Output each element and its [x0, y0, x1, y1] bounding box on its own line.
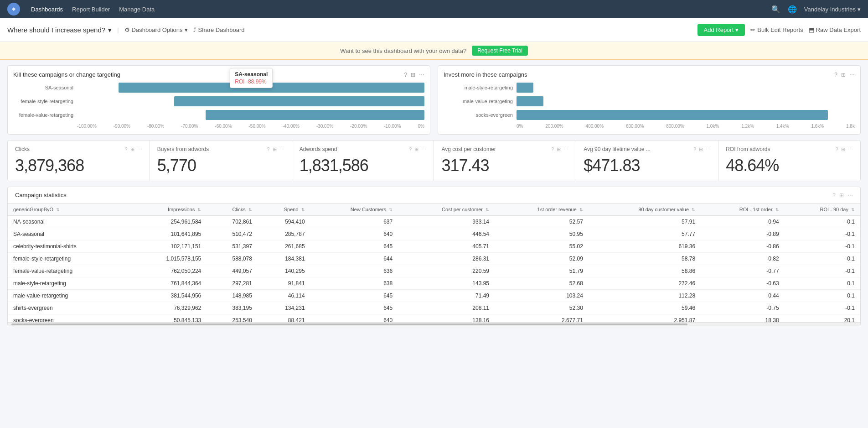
table-cell: 220.59 [398, 265, 495, 277]
table-cell: 594,410 [258, 216, 310, 228]
table-cell: 261,685 [258, 240, 310, 253]
kpi-info-3[interactable]: ? [551, 146, 554, 152]
kpi-settings-0[interactable]: ⊞ [130, 146, 134, 152]
table-cell: 449,057 [207, 265, 258, 277]
table-cell: 702,861 [207, 216, 258, 228]
dashboard-options-btn[interactable]: ⚙ Dashboard Options ▾ [124, 26, 188, 33]
horizontal-scrollbar[interactable] [8, 322, 860, 326]
stats-table-container[interactable]: genericGroupByO ⇅ Impressions ⇅ Clicks ⇅ [8, 204, 860, 322]
kpi-info-4[interactable]: ? [693, 146, 696, 152]
table-row: socks-evergreen50,845,133253,54088,42164… [8, 314, 860, 323]
sort-icon-0: ⇅ [56, 208, 60, 212]
dashboard-title[interactable]: Where should I increase spend? ▾ [7, 26, 112, 34]
add-report-button[interactable]: Add Report ▾ [698, 24, 745, 36]
table-cell: -0.1 [785, 216, 860, 228]
stats-info-icon[interactable]: ? [832, 192, 836, 198]
sort-icon-7: ⇅ [692, 208, 695, 212]
settings-icon[interactable]: ⊞ [411, 72, 415, 78]
kpi-more-3[interactable]: ⋯ [563, 146, 568, 152]
kpi-more-0[interactable]: ⋯ [137, 146, 142, 152]
table-cell: 297,281 [207, 277, 258, 290]
charts-row: Kill these campaigns or change targeting… [7, 65, 861, 135]
info-icon-r[interactable]: ? [834, 72, 837, 78]
table-cell: 619.36 [589, 240, 701, 253]
table-cell: -0.1 [785, 240, 860, 253]
col-clicks[interactable]: Clicks ⇅ [207, 204, 258, 216]
stats-more-icon[interactable]: ⋯ [847, 192, 853, 198]
stats-settings-icon[interactable]: ⊞ [839, 192, 844, 198]
table-cell: 637 [310, 216, 398, 228]
company-selector[interactable]: Vandelay Industries ▾ [804, 6, 861, 13]
table-cell: 510,472 [207, 228, 258, 240]
kpi-settings-3[interactable]: ⊞ [557, 146, 561, 152]
kpi-more-1[interactable]: ⋯ [279, 146, 284, 152]
col-new-customers[interactable]: New Customers ⇅ [310, 204, 398, 216]
right-bar-fill-2 [517, 110, 828, 120]
table-cell: male-style-retargeting [8, 277, 130, 290]
share-dashboard-btn[interactable]: ⤴ Share Dashboard [193, 26, 245, 33]
table-cell: 71.49 [398, 290, 495, 302]
nav-dashboards[interactable]: Dashboards [31, 6, 63, 13]
table-cell: 933.14 [398, 216, 495, 228]
table-row: shirts-evergreen76,329,962383,195134,231… [8, 302, 860, 314]
info-icon[interactable]: ? [404, 72, 407, 78]
kpi-info-0[interactable]: ? [125, 146, 128, 152]
table-cell: 102,171,151 [130, 240, 207, 253]
request-trial-button[interactable]: Request Free Trial [472, 46, 528, 56]
globe-icon[interactable]: 🌐 [788, 5, 797, 14]
col-1st-order-revenue[interactable]: 1st order revenue ⇅ [495, 204, 589, 216]
table-cell: 140,295 [258, 265, 310, 277]
table-cell: 18.38 [701, 314, 785, 323]
table-cell: celebrity-testimonial-shirts [8, 240, 130, 253]
kpi-settings-2[interactable]: ⊞ [414, 146, 418, 152]
table-cell: 0.1 [785, 277, 860, 290]
settings-icon-r[interactable]: ⊞ [841, 72, 846, 78]
table-cell: female-style-retargeting [8, 253, 130, 265]
kpi-avg-cost: Avg cost per customer ? ⊞ ⋯ 317.43 [434, 141, 576, 181]
nav-manage-data[interactable]: Manage Data [119, 6, 155, 13]
table-cell: 46,114 [258, 290, 310, 302]
col-roi-1st-order[interactable]: ROI - 1st order ⇅ [701, 204, 785, 216]
kpi-more-4[interactable]: ⋯ [706, 146, 711, 152]
col-cost-per-customer[interactable]: Cost per customer ⇅ [398, 204, 495, 216]
table-cell: 638 [310, 277, 398, 290]
kpi-settings-1[interactable]: ⊞ [273, 146, 277, 152]
col-campaign[interactable]: genericGroupByO ⇅ [8, 204, 130, 216]
table-cell: male-value-retargeting [8, 290, 130, 302]
kpi-info-5[interactable]: ? [836, 146, 838, 152]
table-cell: 134,231 [258, 302, 310, 314]
more-icon-r[interactable]: ⋯ [849, 72, 855, 78]
col-spend[interactable]: Spend ⇅ [258, 204, 310, 216]
col-roi-90-day[interactable]: ROI - 90 day ⇅ [785, 204, 860, 216]
kpi-clicks-header: Clicks ? ⊞ ⋯ [15, 146, 142, 152]
stats-table: genericGroupByO ⇅ Impressions ⇅ Clicks ⇅ [8, 204, 860, 322]
stats-table-body: NA-seasonal254,961,584702,861594,4106379… [8, 216, 860, 323]
table-cell: 645 [310, 290, 398, 302]
kpi-more-5[interactable]: ⋯ [848, 146, 853, 152]
scroll-thumb [11, 324, 687, 325]
table-cell: 184,381 [258, 253, 310, 265]
search-icon[interactable]: 🔍 [771, 5, 780, 14]
table-row: male-style-retargeting761,844,364297,281… [8, 277, 860, 290]
left-chart-panel: Kill these campaigns or change targeting… [7, 65, 430, 135]
campaign-stats-panel: Campaign statistics ? ⊞ ⋯ genericGroupBy… [7, 187, 861, 326]
kpi-settings-5[interactable]: ⊞ [841, 146, 845, 152]
nav-report-builder[interactable]: Report Builder [72, 6, 110, 13]
kpi-clicks: Clicks ? ⊞ ⋯ 3,879,368 [8, 141, 150, 181]
more-icon[interactable]: ⋯ [419, 72, 424, 78]
table-cell: shirts-evergreen [8, 302, 130, 314]
kpi-settings-4[interactable]: ⊞ [699, 146, 703, 152]
right-chart-x-axis: 0% 200.00% 400.00% 600.00% 800.00% 1.0k%… [444, 124, 855, 129]
col-impressions[interactable]: Impressions ⇅ [130, 204, 207, 216]
kpi-more-2[interactable]: ⋯ [421, 146, 426, 152]
table-row: NA-seasonal254,961,584702,861594,4106379… [8, 216, 860, 228]
bulk-edit-button[interactable]: ✏ Bulk Edit Reports [750, 26, 803, 33]
kpi-info-2[interactable]: ? [409, 146, 412, 152]
raw-data-button[interactable]: ⬒ Raw Data Export [809, 26, 861, 33]
bar-row-2: female-value-retargeting [13, 110, 424, 120]
kpi-info-1[interactable]: ? [267, 146, 270, 152]
sort-icon-9: ⇅ [851, 208, 855, 212]
col-90-day-value[interactable]: 90 day customer value ⇅ [589, 204, 701, 216]
sort-icon-2: ⇅ [248, 208, 252, 212]
table-cell: -0.94 [701, 216, 785, 228]
